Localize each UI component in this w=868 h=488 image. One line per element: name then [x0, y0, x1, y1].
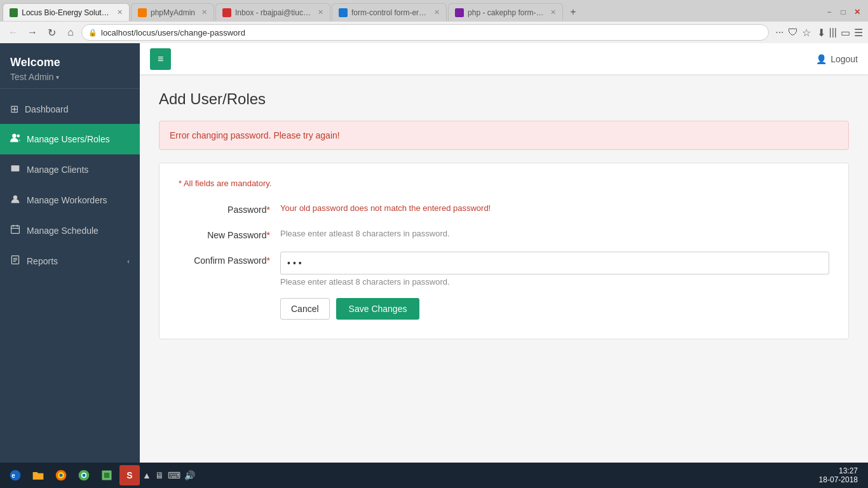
taskbar-clock: 13:27 18-07-2018 — [819, 466, 863, 484]
menu-icon[interactable]: ☰ — [854, 27, 863, 39]
bookmark-icon[interactable]: ☆ — [802, 27, 811, 39]
tab-close-php[interactable]: ✕ — [550, 8, 556, 17]
sidebar-item-manage-schedule[interactable]: Manage Schedule — [0, 215, 140, 246]
taskbar-explorer-icon[interactable] — [97, 465, 117, 485]
close-button[interactable]: ✕ — [851, 6, 863, 18]
reload-button[interactable]: ↻ — [43, 24, 60, 41]
taskbar-files-icon[interactable] — [28, 465, 48, 485]
tab-favicon-locus — [10, 8, 18, 17]
tab-locus[interactable]: Locus Bio-Energy Solutions ✕ — [3, 3, 130, 21]
password-field-group: Your old password does not match the ent… — [280, 201, 829, 213]
shield-icon[interactable]: 🛡 — [788, 27, 798, 38]
taskbar-firefox-icon[interactable] — [51, 465, 71, 485]
sidebar-toggle-icon[interactable]: ▭ — [841, 27, 850, 39]
new-tab-button[interactable]: + — [564, 3, 582, 21]
tab-label-php: php - cakephp form-error clas — [468, 8, 544, 17]
form-card: * All fields are mandatory. Password* Yo… — [159, 163, 849, 339]
sidebar-item-label-manage-workorders: Manage Workorders — [27, 195, 107, 205]
svg-rect-4 — [16, 167, 18, 168]
sidebar-item-dashboard[interactable]: ⊞ Dashboard — [0, 94, 140, 124]
library-icon[interactable]: ||| — [829, 27, 837, 38]
logout-button[interactable]: 👤 Logout — [816, 54, 858, 64]
tab-label-locus: Locus Bio-Energy Solutions — [22, 8, 111, 17]
tab-close-phpmyadmin[interactable]: ✕ — [201, 8, 207, 17]
svg-rect-6 — [13, 170, 18, 170]
new-password-field-group: Please enter atleast 8 characters in pas… — [280, 226, 829, 238]
tab-phpmyadmin[interactable]: phpMyAdmin ✕ — [131, 3, 214, 21]
maximize-button[interactable]: □ — [837, 6, 849, 18]
sidebar-item-manage-users[interactable]: Manage Users/Roles — [0, 124, 140, 154]
taskbar-arrow-icon[interactable]: ▲ — [142, 470, 151, 480]
svg-point-23 — [83, 474, 86, 477]
new-password-hint-text: Please enter atleast 8 characters in pas… — [280, 226, 829, 238]
svg-rect-3 — [13, 167, 15, 168]
sidebar-item-label-manage-clients: Manage Clients — [27, 165, 88, 175]
save-changes-button[interactable]: Save Changes — [336, 298, 420, 320]
svg-rect-8 — [11, 226, 20, 233]
logout-label: Logout — [831, 54, 858, 64]
url-bar[interactable]: 🔒 localhost/locus/users/change-password — [81, 24, 769, 41]
tab-bar: Locus Bio-Energy Solutions ✕ phpMyAdmin … — [0, 0, 868, 22]
forward-button[interactable]: → — [24, 24, 41, 41]
taskbar-date: 18-07-2018 — [819, 475, 858, 484]
sidebar-user-menu[interactable]: Test Admin ▾ — [10, 72, 130, 82]
svg-point-1 — [17, 134, 20, 137]
manage-schedule-icon — [10, 224, 20, 237]
main-content: ≡ 👤 Logout Add User/Roles Error changing… — [140, 43, 868, 463]
more-options-button[interactable]: ··· — [775, 27, 783, 38]
taskbar-speaker-icon: 🔊 — [184, 470, 195, 480]
confirm-password-label: Confirm Password* — [179, 252, 280, 266]
tab-favicon-php — [455, 8, 464, 17]
new-password-required-star: * — [267, 230, 270, 240]
tab-close-google[interactable]: ✕ — [434, 8, 440, 17]
password-label: Password* — [179, 201, 280, 215]
manage-clients-icon — [10, 163, 20, 176]
dashboard-icon: ⊞ — [10, 103, 18, 115]
tab-favicon-gmail — [222, 8, 231, 17]
error-message-text: Error changing password. Please try agai… — [170, 130, 340, 140]
download-icon[interactable]: ⬇ — [817, 27, 825, 39]
sidebar-header: Welcome Test Admin ▾ — [0, 43, 140, 89]
mandatory-note: * All fields are mandatory. — [179, 179, 829, 188]
navigation-bar: ← → ↻ ⌂ 🔒 localhost/locus/users/change-p… — [0, 22, 868, 43]
url-text: localhost/locus/users/change-password — [101, 28, 245, 37]
tab-gmail[interactable]: Inbox - rbajpai@tiuconsulting. ✕ — [215, 3, 330, 21]
tab-google[interactable]: form-control form-error hid m ✕ — [332, 3, 447, 21]
reports-icon — [10, 255, 20, 267]
back-button[interactable]: ← — [5, 24, 22, 41]
taskbar: e S ▲ 🖥 ⌨ 🔊 13:27 18-07-2018 — [0, 463, 868, 488]
security-icon: 🔒 — [88, 29, 97, 37]
sidebar-item-label-manage-schedule: Manage Schedule — [27, 226, 98, 236]
topbar: ≡ 👤 Logout — [140, 43, 868, 75]
password-row: Password* Your old password does not mat… — [179, 201, 829, 215]
sidebar-item-label-reports: Reports — [27, 256, 58, 266]
tab-label-phpmyadmin: phpMyAdmin — [151, 8, 195, 17]
sidebar-item-reports[interactable]: Reports ‹ — [0, 246, 140, 276]
new-password-row: New Password* Please enter atleast 8 cha… — [179, 226, 829, 240]
tab-php[interactable]: php - cakephp form-error clas ✕ — [448, 3, 563, 21]
taskbar-s-icon[interactable]: S — [119, 465, 140, 485]
window-controls: − □ ✕ — [824, 6, 865, 18]
confirm-password-input[interactable] — [280, 252, 829, 274]
taskbar-ie-icon[interactable]: e — [5, 465, 25, 485]
tab-close-locus[interactable]: ✕ — [117, 8, 123, 17]
tab-close-gmail[interactable]: ✕ — [318, 8, 323, 17]
tab-favicon-phpmyadmin — [138, 8, 147, 17]
manage-workorders-icon — [10, 194, 20, 207]
sidebar-item-manage-workorders[interactable]: Manage Workorders — [0, 185, 140, 215]
taskbar-system-area: ▲ 🖥 ⌨ 🔊 — [142, 470, 195, 480]
cancel-button[interactable]: Cancel — [280, 298, 330, 320]
sidebar-toggle-button[interactable]: ≡ — [150, 48, 171, 70]
password-error-text: Your old password does not match the ent… — [280, 201, 829, 213]
tab-favicon-google — [339, 8, 348, 17]
taskbar-chrome-icon[interactable] — [74, 465, 94, 485]
reports-chevron-icon: ‹ — [127, 257, 130, 265]
minimize-button[interactable]: − — [824, 6, 835, 18]
home-button[interactable]: ⌂ — [62, 24, 79, 41]
browser-chrome: Locus Bio-Energy Solutions ✕ phpMyAdmin … — [0, 0, 868, 43]
svg-point-7 — [13, 195, 17, 199]
sidebar-item-manage-clients[interactable]: Manage Clients — [0, 154, 140, 185]
user-circle-icon: 👤 — [816, 54, 827, 64]
confirm-password-row: Confirm Password* Please enter atleast 8… — [179, 252, 829, 287]
form-buttons: Cancel Save Changes — [179, 298, 829, 320]
